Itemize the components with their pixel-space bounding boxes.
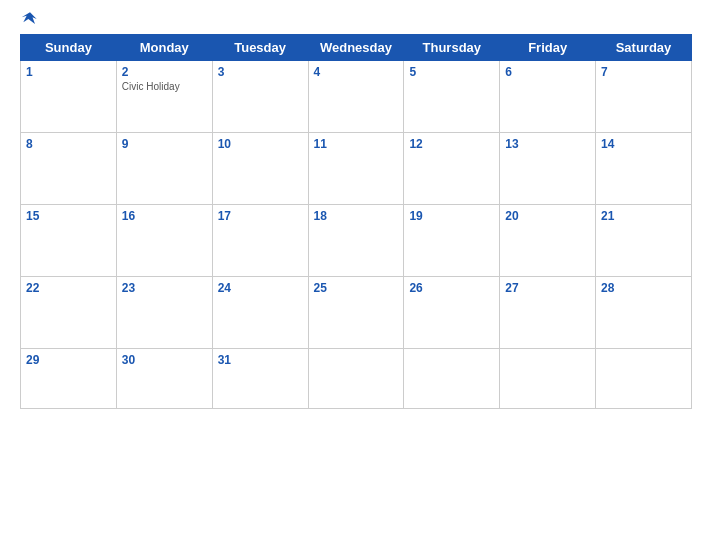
weekday-header-wednesday: Wednesday — [308, 35, 404, 61]
calendar-cell: 20 — [500, 205, 596, 277]
calendar-cell: 4 — [308, 61, 404, 133]
day-number: 1 — [26, 65, 111, 79]
calendar-cell: 11 — [308, 133, 404, 205]
day-number: 29 — [26, 353, 111, 367]
calendar-cell: 15 — [21, 205, 117, 277]
day-number: 15 — [26, 209, 111, 223]
calendar-cell: 23 — [116, 277, 212, 349]
calendar-cell: 17 — [212, 205, 308, 277]
calendar-cell: 18 — [308, 205, 404, 277]
day-number: 17 — [218, 209, 303, 223]
day-number: 11 — [314, 137, 399, 151]
logo — [20, 10, 44, 28]
calendar-week-3: 15161718192021 — [21, 205, 692, 277]
weekday-header-monday: Monday — [116, 35, 212, 61]
day-number: 10 — [218, 137, 303, 151]
calendar-cell — [596, 349, 692, 409]
day-number: 14 — [601, 137, 686, 151]
day-number: 3 — [218, 65, 303, 79]
calendar-cell: 12 — [404, 133, 500, 205]
day-number: 22 — [26, 281, 111, 295]
svg-marker-0 — [22, 12, 37, 24]
calendar-header — [20, 10, 692, 28]
weekday-header-saturday: Saturday — [596, 35, 692, 61]
calendar-cell — [500, 349, 596, 409]
day-number: 30 — [122, 353, 207, 367]
calendar-header-row: SundayMondayTuesdayWednesdayThursdayFrid… — [21, 35, 692, 61]
calendar-week-2: 891011121314 — [21, 133, 692, 205]
day-number: 6 — [505, 65, 590, 79]
calendar-cell: 7 — [596, 61, 692, 133]
day-number: 12 — [409, 137, 494, 151]
calendar-cell: 22 — [21, 277, 117, 349]
calendar-cell: 24 — [212, 277, 308, 349]
day-number: 25 — [314, 281, 399, 295]
day-number: 18 — [314, 209, 399, 223]
day-number: 4 — [314, 65, 399, 79]
calendar-cell: 10 — [212, 133, 308, 205]
weekday-header-tuesday: Tuesday — [212, 35, 308, 61]
day-number: 20 — [505, 209, 590, 223]
weekday-header-row: SundayMondayTuesdayWednesdayThursdayFrid… — [21, 35, 692, 61]
day-number: 28 — [601, 281, 686, 295]
calendar-cell: 8 — [21, 133, 117, 205]
day-number: 24 — [218, 281, 303, 295]
calendar-cell — [404, 349, 500, 409]
calendar-body: 12Civic Holiday3456789101112131415161718… — [21, 61, 692, 409]
day-number: 5 — [409, 65, 494, 79]
calendar-cell: 1 — [21, 61, 117, 133]
calendar-cell: 21 — [596, 205, 692, 277]
calendar-cell: 2Civic Holiday — [116, 61, 212, 133]
day-number: 23 — [122, 281, 207, 295]
day-number: 26 — [409, 281, 494, 295]
calendar-cell: 29 — [21, 349, 117, 409]
calendar-cell: 3 — [212, 61, 308, 133]
calendar-week-5: 293031 — [21, 349, 692, 409]
calendar-cell: 26 — [404, 277, 500, 349]
calendar-cell: 27 — [500, 277, 596, 349]
day-number: 9 — [122, 137, 207, 151]
weekday-header-thursday: Thursday — [404, 35, 500, 61]
weekday-header-friday: Friday — [500, 35, 596, 61]
calendar-cell: 30 — [116, 349, 212, 409]
calendar-table: SundayMondayTuesdayWednesdayThursdayFrid… — [20, 34, 692, 409]
calendar-cell: 31 — [212, 349, 308, 409]
calendar-cell: 14 — [596, 133, 692, 205]
day-number: 13 — [505, 137, 590, 151]
calendar-cell: 19 — [404, 205, 500, 277]
calendar-cell: 28 — [596, 277, 692, 349]
day-number: 8 — [26, 137, 111, 151]
logo-bird-icon — [20, 10, 40, 28]
day-number: 31 — [218, 353, 303, 367]
calendar-cell: 5 — [404, 61, 500, 133]
calendar-cell: 13 — [500, 133, 596, 205]
day-number: 27 — [505, 281, 590, 295]
weekday-header-sunday: Sunday — [21, 35, 117, 61]
calendar-cell: 16 — [116, 205, 212, 277]
day-number: 7 — [601, 65, 686, 79]
calendar-cell: 9 — [116, 133, 212, 205]
day-number: 16 — [122, 209, 207, 223]
calendar-cell: 25 — [308, 277, 404, 349]
holiday-label: Civic Holiday — [122, 81, 207, 92]
day-number: 19 — [409, 209, 494, 223]
calendar-cell — [308, 349, 404, 409]
calendar-week-4: 22232425262728 — [21, 277, 692, 349]
calendar-week-1: 12Civic Holiday34567 — [21, 61, 692, 133]
day-number: 2 — [122, 65, 207, 79]
calendar-cell: 6 — [500, 61, 596, 133]
day-number: 21 — [601, 209, 686, 223]
